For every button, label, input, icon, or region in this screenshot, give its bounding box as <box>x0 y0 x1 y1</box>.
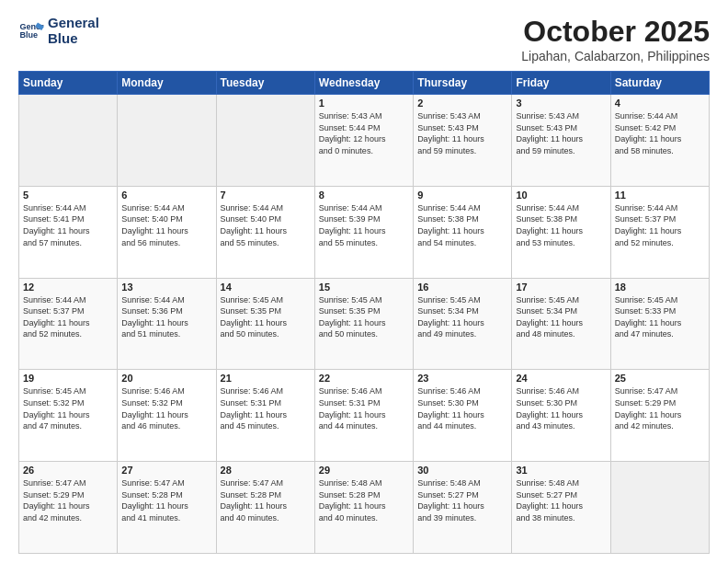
day-cell: 25Sunrise: 5:47 AMSunset: 5:29 PMDayligh… <box>610 370 709 462</box>
day-number: 18 <box>615 282 705 293</box>
day-cell: 19Sunrise: 5:45 AMSunset: 5:32 PMDayligh… <box>19 370 118 462</box>
weekday-header-saturday: Saturday <box>610 72 709 95</box>
day-cell: 22Sunrise: 5:46 AMSunset: 5:31 PMDayligh… <box>314 370 413 462</box>
day-cell: 10Sunrise: 5:44 AMSunset: 5:38 PMDayligh… <box>512 186 610 278</box>
day-cell: 1Sunrise: 5:43 AMSunset: 5:44 PMDaylight… <box>314 95 413 187</box>
day-number: 3 <box>516 98 606 109</box>
day-info: Sunrise: 5:46 AMSunset: 5:32 PMDaylight:… <box>121 385 211 431</box>
day-cell: 9Sunrise: 5:44 AMSunset: 5:38 PMDaylight… <box>414 186 512 278</box>
location: Lipahan, Calabarzon, Philippines <box>521 49 710 63</box>
day-cell: 16Sunrise: 5:45 AMSunset: 5:34 PMDayligh… <box>414 278 512 370</box>
day-number: 24 <box>516 373 606 384</box>
logo: General Blue General Blue <box>18 15 99 47</box>
day-info: Sunrise: 5:46 AMSunset: 5:30 PMDaylight:… <box>516 385 606 431</box>
day-cell: 28Sunrise: 5:47 AMSunset: 5:28 PMDayligh… <box>216 462 314 554</box>
day-number: 25 <box>615 373 705 384</box>
day-info: Sunrise: 5:43 AMSunset: 5:44 PMDaylight:… <box>319 110 409 156</box>
day-cell: 17Sunrise: 5:45 AMSunset: 5:34 PMDayligh… <box>512 278 610 370</box>
day-number: 31 <box>516 465 606 476</box>
day-number: 5 <box>23 190 113 201</box>
day-info: Sunrise: 5:46 AMSunset: 5:31 PMDaylight:… <box>319 385 409 431</box>
weekday-header-wednesday: Wednesday <box>314 72 413 95</box>
page: General Blue General Blue October 2025 L… <box>0 0 728 563</box>
day-cell: 5Sunrise: 5:44 AMSunset: 5:41 PMDaylight… <box>19 186 118 278</box>
day-number: 20 <box>121 373 211 384</box>
day-cell: 26Sunrise: 5:47 AMSunset: 5:29 PMDayligh… <box>19 462 118 554</box>
day-cell <box>216 95 314 187</box>
day-info: Sunrise: 5:44 AMSunset: 5:40 PMDaylight:… <box>121 202 211 248</box>
day-cell: 24Sunrise: 5:46 AMSunset: 5:30 PMDayligh… <box>512 370 610 462</box>
day-cell <box>19 95 118 187</box>
day-number: 7 <box>221 190 311 201</box>
day-info: Sunrise: 5:44 AMSunset: 5:39 PMDaylight:… <box>319 202 409 248</box>
day-number: 16 <box>417 282 507 293</box>
month-title: October 2025 <box>521 15 710 49</box>
day-cell: 4Sunrise: 5:44 AMSunset: 5:42 PMDaylight… <box>610 95 709 187</box>
title-block: October 2025 Lipahan, Calabarzon, Philip… <box>521 15 710 63</box>
day-info: Sunrise: 5:47 AMSunset: 5:29 PMDaylight:… <box>23 477 113 523</box>
header: General Blue General Blue October 2025 L… <box>18 15 710 63</box>
day-info: Sunrise: 5:44 AMSunset: 5:36 PMDaylight:… <box>121 294 211 340</box>
logo-line1: General <box>48 15 99 30</box>
week-row-1: 1Sunrise: 5:43 AMSunset: 5:44 PMDaylight… <box>19 95 710 187</box>
day-number: 12 <box>23 282 113 293</box>
day-cell: 31Sunrise: 5:48 AMSunset: 5:27 PMDayligh… <box>512 462 610 554</box>
weekday-header-row: SundayMondayTuesdayWednesdayThursdayFrid… <box>19 72 710 95</box>
day-number: 27 <box>121 465 211 476</box>
day-number: 23 <box>417 373 507 384</box>
day-number: 9 <box>417 190 507 201</box>
day-cell: 7Sunrise: 5:44 AMSunset: 5:40 PMDaylight… <box>216 186 314 278</box>
day-number: 13 <box>121 282 211 293</box>
day-number: 17 <box>516 282 606 293</box>
week-row-4: 19Sunrise: 5:45 AMSunset: 5:32 PMDayligh… <box>19 370 710 462</box>
day-number: 22 <box>319 373 409 384</box>
day-number: 19 <box>23 373 113 384</box>
day-cell: 29Sunrise: 5:48 AMSunset: 5:28 PMDayligh… <box>314 462 413 554</box>
day-cell: 8Sunrise: 5:44 AMSunset: 5:39 PMDaylight… <box>314 186 413 278</box>
day-cell: 6Sunrise: 5:44 AMSunset: 5:40 PMDaylight… <box>118 186 216 278</box>
weekday-header-sunday: Sunday <box>19 72 118 95</box>
weekday-header-thursday: Thursday <box>414 72 512 95</box>
week-row-5: 26Sunrise: 5:47 AMSunset: 5:29 PMDayligh… <box>19 462 710 554</box>
day-number: 4 <box>615 98 705 109</box>
day-info: Sunrise: 5:47 AMSunset: 5:29 PMDaylight:… <box>615 385 705 431</box>
day-cell: 11Sunrise: 5:44 AMSunset: 5:37 PMDayligh… <box>610 186 709 278</box>
week-row-2: 5Sunrise: 5:44 AMSunset: 5:41 PMDaylight… <box>19 186 710 278</box>
day-number: 26 <box>23 465 113 476</box>
day-number: 10 <box>516 190 606 201</box>
week-row-3: 12Sunrise: 5:44 AMSunset: 5:37 PMDayligh… <box>19 278 710 370</box>
day-number: 15 <box>319 282 409 293</box>
day-cell: 21Sunrise: 5:46 AMSunset: 5:31 PMDayligh… <box>216 370 314 462</box>
day-info: Sunrise: 5:44 AMSunset: 5:37 PMDaylight:… <box>23 294 113 340</box>
day-info: Sunrise: 5:45 AMSunset: 5:32 PMDaylight:… <box>23 385 113 431</box>
day-number: 30 <box>417 465 507 476</box>
day-info: Sunrise: 5:46 AMSunset: 5:31 PMDaylight:… <box>221 385 311 431</box>
day-info: Sunrise: 5:45 AMSunset: 5:35 PMDaylight:… <box>221 294 311 340</box>
day-info: Sunrise: 5:44 AMSunset: 5:42 PMDaylight:… <box>615 110 705 156</box>
day-cell: 13Sunrise: 5:44 AMSunset: 5:36 PMDayligh… <box>118 278 216 370</box>
day-info: Sunrise: 5:45 AMSunset: 5:34 PMDaylight:… <box>516 294 606 340</box>
logo-text: General Blue <box>48 15 99 47</box>
day-cell: 18Sunrise: 5:45 AMSunset: 5:33 PMDayligh… <box>610 278 709 370</box>
day-number: 1 <box>319 98 409 109</box>
day-info: Sunrise: 5:48 AMSunset: 5:27 PMDaylight:… <box>516 477 606 523</box>
day-info: Sunrise: 5:47 AMSunset: 5:28 PMDaylight:… <box>121 477 211 523</box>
calendar: SundayMondayTuesdayWednesdayThursdayFrid… <box>18 71 710 554</box>
day-info: Sunrise: 5:48 AMSunset: 5:27 PMDaylight:… <box>417 477 507 523</box>
weekday-header-friday: Friday <box>512 72 610 95</box>
day-cell <box>610 462 709 554</box>
day-cell: 20Sunrise: 5:46 AMSunset: 5:32 PMDayligh… <box>118 370 216 462</box>
day-cell: 12Sunrise: 5:44 AMSunset: 5:37 PMDayligh… <box>19 278 118 370</box>
day-cell: 3Sunrise: 5:43 AMSunset: 5:43 PMDaylight… <box>512 95 610 187</box>
day-number: 11 <box>615 190 705 201</box>
weekday-header-tuesday: Tuesday <box>216 72 314 95</box>
logo-icon: General Blue <box>18 17 44 43</box>
day-info: Sunrise: 5:45 AMSunset: 5:33 PMDaylight:… <box>615 294 705 340</box>
day-cell: 15Sunrise: 5:45 AMSunset: 5:35 PMDayligh… <box>314 278 413 370</box>
day-info: Sunrise: 5:43 AMSunset: 5:43 PMDaylight:… <box>516 110 606 156</box>
day-number: 8 <box>319 190 409 201</box>
day-number: 14 <box>221 282 311 293</box>
day-info: Sunrise: 5:44 AMSunset: 5:40 PMDaylight:… <box>221 202 311 248</box>
day-number: 29 <box>319 465 409 476</box>
day-number: 21 <box>221 373 311 384</box>
